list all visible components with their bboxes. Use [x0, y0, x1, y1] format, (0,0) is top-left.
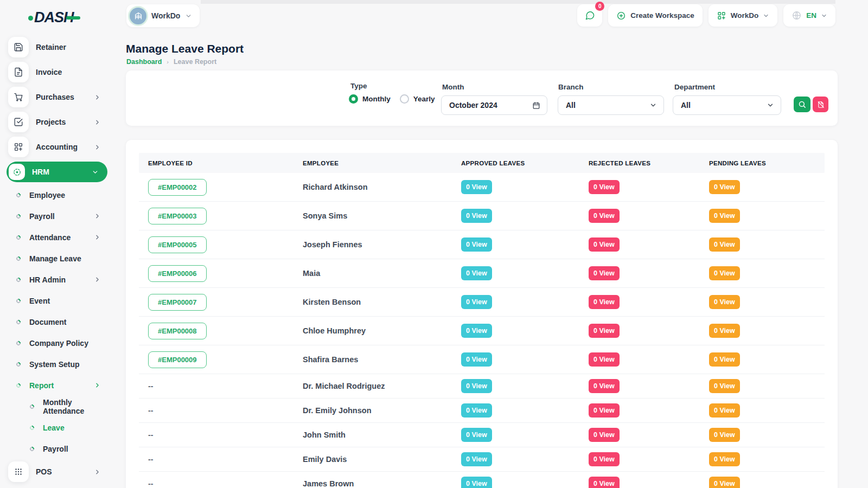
approved-leaves-view-badge[interactable]: 0 View: [461, 209, 492, 223]
pending-leaves-view-badge[interactable]: 0 View: [709, 452, 740, 466]
sidebar-item-pos[interactable]: POS: [0, 459, 115, 484]
rejected-leaves-view-badge[interactable]: 0 View: [589, 428, 620, 442]
approved-leaves-view-badge[interactable]: 0 View: [461, 324, 492, 338]
employee-id-badge[interactable]: #EMP00007: [148, 294, 207, 311]
rejected-leaves-view-badge[interactable]: 0 View: [589, 379, 620, 393]
pending-leaves-view-badge[interactable]: 0 View: [709, 352, 740, 367]
approved-leaves-view-badge[interactable]: 0 View: [461, 477, 492, 488]
column-header-rejected-leaves: REJECTED LEAVES: [579, 160, 700, 166]
rejected-leaves-view-badge[interactable]: 0 View: [589, 352, 620, 367]
column-header-employee: EMPLOYEE: [293, 160, 452, 166]
radio-dot: [349, 94, 358, 104]
create-workspace-button[interactable]: Create Workspace: [608, 4, 703, 27]
app-logo[interactable]: DASH: [28, 7, 93, 28]
branch-label: Branch: [558, 83, 584, 91]
employee-id-badge[interactable]: #EMP00006: [148, 265, 207, 282]
pending-leaves-view-badge[interactable]: 0 View: [709, 428, 740, 442]
sidebar-item-document[interactable]: Document: [0, 311, 115, 332]
top-scroll-band: [201, 0, 835, 4]
messages-button[interactable]: 0: [577, 4, 602, 27]
pending-leaves-view-badge[interactable]: 0 View: [709, 237, 740, 252]
chevron-down-icon: [767, 101, 774, 109]
sidebar-item-attendance[interactable]: Attendance: [0, 227, 115, 248]
employee-id-badge[interactable]: #EMP00008: [148, 323, 207, 339]
bullet-icon: [15, 361, 21, 367]
table-body: #EMP00002 Richard Atkinson 0 View 0 View…: [139, 173, 825, 488]
sidebar-item-company-policy[interactable]: Company Policy: [0, 332, 115, 354]
bullet-icon: [15, 213, 21, 219]
approved-leaves-view-badge[interactable]: 0 View: [461, 428, 492, 442]
approved-leaves-view-badge[interactable]: 0 View: [461, 295, 492, 309]
sidebar-item-report[interactable]: Report: [0, 375, 115, 396]
branch-select[interactable]: All: [558, 95, 664, 115]
rejected-leaves-view-badge[interactable]: 0 View: [589, 237, 620, 252]
pending-leaves-view-badge[interactable]: 0 View: [709, 209, 740, 223]
rejected-leaves-view-badge[interactable]: 0 View: [589, 324, 620, 338]
rejected-leaves-view-badge[interactable]: 0 View: [589, 295, 620, 309]
month-input[interactable]: October 2024: [441, 95, 547, 115]
rejected-leaves-view-badge[interactable]: 0 View: [589, 477, 620, 488]
workdo-menu-button[interactable]: WorkDo: [709, 4, 778, 27]
pending-leaves-view-badge[interactable]: 0 View: [709, 403, 740, 418]
grid-plus-icon: [717, 11, 726, 21]
pending-leaves-view-badge[interactable]: 0 View: [709, 180, 740, 194]
pending-leaves-view-badge[interactable]: 0 View: [709, 379, 740, 393]
sidebar-item-leave[interactable]: Leave: [0, 417, 115, 438]
sidebar-item-invoice[interactable]: Invoice: [0, 60, 115, 85]
sidebar-item-accounting[interactable]: Accounting: [0, 134, 115, 159]
approved-leaves-view-badge[interactable]: 0 View: [461, 237, 492, 252]
sidebar-item-hr-admin[interactable]: HR Admin: [0, 269, 115, 290]
rejected-leaves-view-badge[interactable]: 0 View: [589, 403, 620, 418]
breadcrumb-dashboard-link[interactable]: Dashboard: [126, 58, 162, 66]
pending-leaves-view-badge[interactable]: 0 View: [709, 477, 740, 488]
pending-leaves-view-badge[interactable]: 0 View: [709, 266, 740, 280]
employee-id-badge[interactable]: #EMP00009: [148, 351, 207, 368]
radio-monthly[interactable]: Monthly: [349, 94, 391, 104]
grid-plus-icon: [8, 137, 29, 157]
employee-id-badge[interactable]: #EMP00002: [148, 179, 207, 196]
sidebar-item-payroll[interactable]: Payroll: [0, 206, 115, 227]
search-icon: [798, 100, 806, 108]
employee-id-badge[interactable]: #EMP00003: [148, 208, 207, 224]
sidebar-item-system-setup[interactable]: System Setup: [0, 354, 115, 375]
workspace-switcher[interactable]: WorkDo: [126, 4, 200, 27]
chevron-down-icon: [185, 12, 192, 20]
sidebar-item-retainer[interactable]: Retainer: [0, 35, 115, 60]
sidebar-item-monthly-attendance[interactable]: Monthly Attendance: [0, 396, 115, 417]
employee-id-badge[interactable]: #EMP00005: [148, 236, 207, 253]
approved-leaves-view-badge[interactable]: 0 View: [461, 352, 492, 367]
rejected-leaves-view-badge[interactable]: 0 View: [589, 209, 620, 223]
search-button[interactable]: [794, 97, 810, 112]
bullet-icon: [29, 446, 35, 452]
radio-yearly[interactable]: Yearly: [400, 94, 435, 104]
sidebar-item-projects[interactable]: Projects: [0, 110, 115, 134]
sidebar: Retainer Invoice Purchases Projects Acco…: [0, 35, 115, 484]
approved-leaves-view-badge[interactable]: 0 View: [461, 403, 492, 418]
check-square-icon: [8, 112, 29, 132]
approved-leaves-view-badge[interactable]: 0 View: [461, 266, 492, 280]
employee-name: John Smith: [303, 431, 346, 439]
table-row: #EMP00005 Joseph Fiennes 0 View 0 View 0…: [139, 230, 825, 259]
rejected-leaves-view-badge[interactable]: 0 View: [589, 452, 620, 466]
reset-filter-button[interactable]: [813, 97, 828, 112]
sidebar-item-hrm[interactable]: HRM: [7, 162, 107, 182]
sidebar-item-manage-leave[interactable]: Manage Leave: [0, 248, 115, 269]
department-select[interactable]: All: [673, 95, 781, 115]
approved-leaves-view-badge[interactable]: 0 View: [461, 379, 492, 393]
plus-circle-icon: [616, 11, 626, 21]
language-selector[interactable]: EN: [783, 4, 835, 27]
sidebar-item-payroll[interactable]: Payroll: [0, 438, 115, 459]
sidebar-item-employee[interactable]: Employee: [0, 184, 115, 206]
sidebar-item-event[interactable]: Event: [0, 290, 115, 311]
create-workspace-label: Create Workspace: [630, 11, 694, 20]
pending-leaves-view-badge[interactable]: 0 View: [709, 324, 740, 338]
approved-leaves-view-badge[interactable]: 0 View: [461, 180, 492, 194]
rejected-leaves-view-badge[interactable]: 0 View: [589, 266, 620, 280]
table-row: #EMP00002 Richard Atkinson 0 View 0 View…: [139, 173, 825, 202]
approved-leaves-view-badge[interactable]: 0 View: [461, 452, 492, 466]
rejected-leaves-view-badge[interactable]: 0 View: [589, 180, 620, 194]
bullet-icon: [29, 425, 35, 431]
sidebar-item-purchases[interactable]: Purchases: [0, 85, 115, 110]
pending-leaves-view-badge[interactable]: 0 View: [709, 295, 740, 309]
messages-count-badge: 0: [595, 2, 604, 11]
